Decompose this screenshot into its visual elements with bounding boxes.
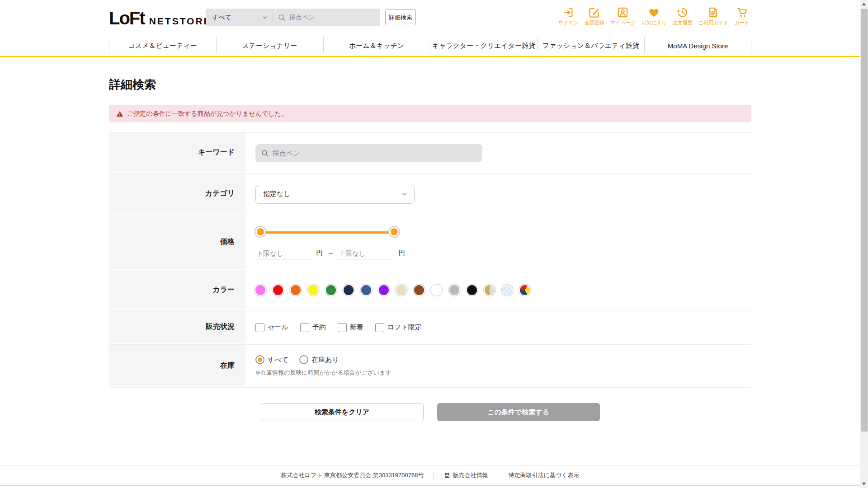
- price-min-input[interactable]: [255, 248, 311, 259]
- color-swatch-gold-silver[interactable]: [485, 285, 495, 295]
- color-swatch-clear[interactable]: [502, 285, 512, 295]
- nav-item[interactable]: MoMA Design Store: [644, 35, 751, 56]
- checkbox[interactable]: [338, 323, 347, 332]
- price-row: 価格 円 ～ 円: [109, 215, 751, 270]
- color-swatch-blue[interactable]: [361, 285, 371, 295]
- color-swatch-black[interactable]: [467, 285, 477, 295]
- nav-item[interactable]: キャラクター・クリエイター雑貨: [430, 35, 537, 56]
- footer-link[interactable]: 特定商取引法に基づく表示: [508, 471, 579, 479]
- color-swatch-pink[interactable]: [255, 285, 265, 295]
- favorites-icon: [648, 6, 660, 19]
- scrollbar-down-arrow-icon[interactable]: [862, 483, 866, 485]
- color-swatch-gray[interactable]: [449, 285, 459, 295]
- quicklink-history[interactable]: 注文履歴: [672, 6, 692, 26]
- checkbox-label: ロフト限定: [387, 323, 422, 332]
- site-header: LoFt NETSTORE すべて 採点ペン 詳細検索 ログイン会員登録マイペー…: [0, 0, 868, 35]
- category-row: カテゴリ 指定なし: [109, 174, 751, 215]
- main-content: 詳細検索 ご指定の条件に一致する商品が見つかりませんでした。 キーワード: [0, 77, 868, 421]
- warning-icon: [116, 110, 123, 117]
- sale-option[interactable]: 新着: [338, 323, 363, 332]
- checkbox[interactable]: [255, 323, 264, 332]
- quicklink-login[interactable]: ログイン: [558, 6, 579, 26]
- history-icon: [676, 6, 689, 19]
- stock-option[interactable]: すべて: [255, 355, 288, 364]
- nav-item[interactable]: ステーショナリー: [216, 35, 323, 56]
- category-select-value: 指定なし: [263, 190, 291, 198]
- price-min-unit: 円: [316, 249, 323, 258]
- page: LoFt NETSTORE すべて 採点ペン 詳細検索 ログイン会員登録マイペー…: [0, 0, 868, 488]
- price-slider-min-handle[interactable]: [255, 227, 265, 237]
- quicklink-mypage[interactable]: マイページ: [610, 6, 636, 26]
- checkbox-label: 新着: [350, 323, 363, 332]
- clear-conditions-button[interactable]: 検索条件をクリア: [261, 403, 424, 421]
- checkbox[interactable]: [375, 323, 384, 332]
- search-icon: [261, 149, 269, 157]
- color-swatch-brown[interactable]: [414, 285, 424, 295]
- chevron-down-icon: [262, 14, 268, 21]
- footer-link-label: 販売会社情報: [453, 471, 488, 479]
- footer-separator: [498, 472, 498, 479]
- quicklink-cart[interactable]: カート: [734, 6, 750, 26]
- search-category-select[interactable]: すべて: [206, 9, 273, 26]
- color-swatch-green[interactable]: [326, 285, 336, 295]
- vertical-scrollbar[interactable]: [860, 0, 868, 488]
- sale-status-row: 販売状況 セール予約新着ロフト限定: [109, 310, 751, 345]
- advanced-search-button[interactable]: 詳細検索: [385, 9, 416, 25]
- sale-option[interactable]: セール: [255, 323, 288, 332]
- color-swatch-purple[interactable]: [379, 285, 389, 295]
- color-swatch-beige[interactable]: [396, 285, 406, 295]
- search-with-conditions-button[interactable]: この条件で検索する: [437, 403, 600, 421]
- color-swatch-orange[interactable]: [291, 285, 301, 295]
- checkbox-label: 予約: [312, 323, 326, 332]
- sale-options: セール予約新着ロフト限定: [255, 323, 422, 332]
- quicklink-label: マイページ: [610, 19, 636, 26]
- stock-option[interactable]: 在庫あり: [299, 355, 339, 364]
- category-label: カテゴリ: [109, 174, 245, 215]
- nav-item[interactable]: ホーム＆キッチン: [323, 35, 430, 56]
- stock-note: ※在庫情報の反映に時間がかかる場合がございます: [255, 369, 392, 377]
- footer-link[interactable]: 販売会社情報: [444, 471, 488, 479]
- quicklink-label: ご利用ガイド: [698, 19, 728, 26]
- category-select[interactable]: 指定なし: [255, 185, 415, 204]
- quicklink-register[interactable]: 会員登録: [585, 6, 604, 26]
- radio[interactable]: [255, 355, 264, 364]
- color-label: カラー: [109, 270, 245, 310]
- color-swatches: [255, 285, 530, 295]
- price-slider-max-handle[interactable]: [389, 227, 399, 237]
- quick-links: ログイン会員登録マイページお気に入り注文履歴ご利用ガイドカート: [558, 6, 750, 26]
- nav-item[interactable]: コスメ＆ビューティー: [109, 35, 216, 56]
- price-max-input[interactable]: [338, 248, 394, 259]
- color-swatch-yellow[interactable]: [308, 285, 318, 295]
- search-icon: [278, 14, 286, 22]
- price-range-slider: [255, 227, 399, 238]
- quicklink-guide[interactable]: ご利用ガイド: [698, 6, 728, 26]
- search-input[interactable]: 採点ペン: [273, 14, 380, 22]
- price-max-unit: 円: [398, 249, 405, 258]
- quicklink-label: ログイン: [558, 19, 579, 26]
- scrollbar-up-arrow-icon[interactable]: [862, 3, 866, 5]
- checkbox-label: セール: [268, 323, 288, 332]
- keyword-input[interactable]: [273, 149, 482, 157]
- quicklink-label: お気に入り: [642, 19, 667, 26]
- color-swatch-white[interactable]: [432, 285, 442, 295]
- stock-label: 在庫: [109, 345, 245, 387]
- chevron-down-icon: [401, 191, 408, 197]
- color-swatch-red[interactable]: [273, 285, 283, 295]
- sale-option[interactable]: 予約: [300, 323, 326, 332]
- site-footer: 株式会社ロフト 東京都公安委員会 第303319700768号 販売会社情報特定…: [0, 465, 860, 485]
- color-swatch-multicolor[interactable]: [520, 285, 530, 295]
- nav-item[interactable]: ファッション＆バラエティ雑貨: [537, 35, 644, 56]
- search-category-value: すべて: [212, 14, 231, 22]
- error-message-box: ご指定の条件に一致する商品が見つかりませんでした。: [109, 105, 751, 122]
- color-swatch-navy[interactable]: [344, 285, 354, 295]
- keyword-input-wrap: [255, 144, 482, 162]
- quicklink-favorites[interactable]: お気に入り: [642, 6, 667, 26]
- scrollbar-thumb[interactable]: [861, 9, 868, 432]
- radio[interactable]: [299, 355, 308, 364]
- quicklink-label: カート: [734, 19, 750, 26]
- checkbox[interactable]: [300, 323, 309, 332]
- footer-link-label: 特定商取引法に基づく表示: [508, 471, 579, 479]
- loft-logo[interactable]: LoFt NETSTORE: [109, 8, 212, 28]
- page-title: 詳細検索: [109, 77, 868, 93]
- sale-option[interactable]: ロフト限定: [375, 323, 422, 332]
